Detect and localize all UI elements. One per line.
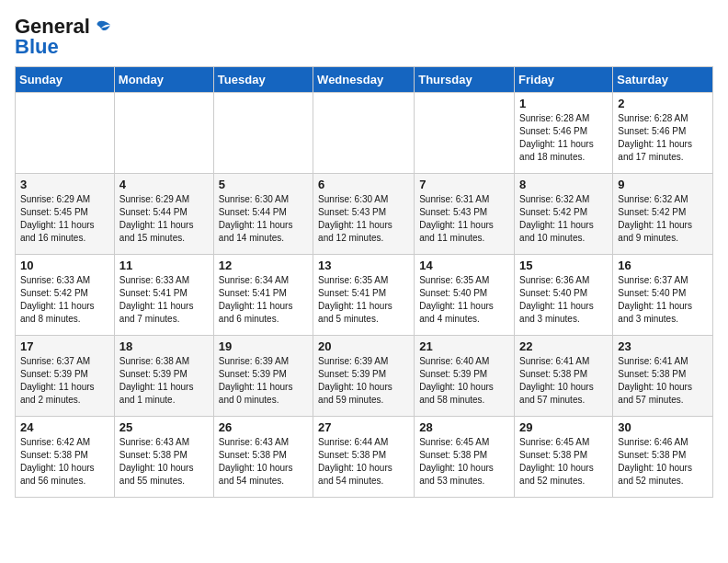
day-number: 16 xyxy=(618,259,708,272)
day-info: Sunrise: 6:37 AM Sunset: 5:40 PM Dayligh… xyxy=(618,274,708,326)
day-number: 3 xyxy=(20,178,109,191)
calendar-week-5: 24Sunrise: 6:42 AM Sunset: 5:38 PM Dayli… xyxy=(16,417,713,498)
weekday-header-sunday: Sunday xyxy=(16,67,115,93)
weekday-header-monday: Monday xyxy=(114,67,213,93)
calendar-day-cell xyxy=(114,93,213,174)
calendar-day-cell: 28Sunrise: 6:45 AM Sunset: 5:38 PM Dayli… xyxy=(415,417,515,498)
day-number: 11 xyxy=(119,259,209,272)
calendar-week-3: 10Sunrise: 6:33 AM Sunset: 5:42 PM Dayli… xyxy=(16,255,713,336)
day-number: 6 xyxy=(318,178,409,191)
calendar-day-cell: 8Sunrise: 6:32 AM Sunset: 5:42 PM Daylig… xyxy=(515,174,613,255)
day-number: 2 xyxy=(618,97,708,110)
day-info: Sunrise: 6:32 AM Sunset: 5:42 PM Dayligh… xyxy=(519,193,608,245)
weekday-header-wednesday: Wednesday xyxy=(313,67,415,93)
logo: General Blue xyxy=(15,15,110,59)
calendar-day-cell: 13Sunrise: 6:35 AM Sunset: 5:41 PM Dayli… xyxy=(313,255,415,336)
calendar-week-4: 17Sunrise: 6:37 AM Sunset: 5:39 PM Dayli… xyxy=(16,336,713,417)
day-number: 29 xyxy=(519,420,608,434)
day-number: 1 xyxy=(519,97,608,110)
day-number: 14 xyxy=(419,259,509,272)
day-info: Sunrise: 6:31 AM Sunset: 5:43 PM Dayligh… xyxy=(419,193,509,245)
calendar-day-cell: 15Sunrise: 6:36 AM Sunset: 5:40 PM Dayli… xyxy=(515,255,613,336)
calendar-day-cell: 2Sunrise: 6:28 AM Sunset: 5:46 PM Daylig… xyxy=(613,93,713,174)
day-info: Sunrise: 6:28 AM Sunset: 5:46 PM Dayligh… xyxy=(618,112,708,164)
calendar-day-cell: 27Sunrise: 6:44 AM Sunset: 5:38 PM Dayli… xyxy=(313,417,415,498)
day-info: Sunrise: 6:35 AM Sunset: 5:40 PM Dayligh… xyxy=(419,274,509,326)
day-info: Sunrise: 6:41 AM Sunset: 5:38 PM Dayligh… xyxy=(519,355,608,407)
logo-blue-text: Blue xyxy=(15,35,59,59)
calendar-day-cell: 23Sunrise: 6:41 AM Sunset: 5:38 PM Dayli… xyxy=(613,336,713,417)
day-number: 4 xyxy=(119,178,209,191)
calendar-week-1: 1Sunrise: 6:28 AM Sunset: 5:46 PM Daylig… xyxy=(16,93,713,174)
weekday-header-thursday: Thursday xyxy=(415,67,515,93)
day-info: Sunrise: 6:28 AM Sunset: 5:46 PM Dayligh… xyxy=(519,112,608,164)
day-number: 28 xyxy=(419,420,509,434)
day-number: 21 xyxy=(419,339,509,353)
page-header: General Blue xyxy=(15,15,713,59)
day-number: 5 xyxy=(219,178,308,191)
weekday-header-saturday: Saturday xyxy=(613,67,713,93)
calendar-day-cell: 30Sunrise: 6:46 AM Sunset: 5:38 PM Dayli… xyxy=(613,417,713,498)
day-info: Sunrise: 6:45 AM Sunset: 5:38 PM Dayligh… xyxy=(419,436,509,488)
day-info: Sunrise: 6:30 AM Sunset: 5:43 PM Dayligh… xyxy=(318,193,409,245)
logo-bird-icon xyxy=(90,19,110,36)
calendar-day-cell: 16Sunrise: 6:37 AM Sunset: 5:40 PM Dayli… xyxy=(613,255,713,336)
day-info: Sunrise: 6:29 AM Sunset: 5:45 PM Dayligh… xyxy=(20,193,109,245)
day-number: 13 xyxy=(318,259,409,272)
day-info: Sunrise: 6:43 AM Sunset: 5:38 PM Dayligh… xyxy=(219,436,308,488)
calendar-day-cell: 14Sunrise: 6:35 AM Sunset: 5:40 PM Dayli… xyxy=(415,255,515,336)
weekday-header-friday: Friday xyxy=(515,67,613,93)
day-number: 17 xyxy=(20,339,109,353)
day-info: Sunrise: 6:32 AM Sunset: 5:42 PM Dayligh… xyxy=(618,193,708,245)
calendar-day-cell: 22Sunrise: 6:41 AM Sunset: 5:38 PM Dayli… xyxy=(515,336,613,417)
day-number: 15 xyxy=(519,259,608,272)
day-info: Sunrise: 6:46 AM Sunset: 5:38 PM Dayligh… xyxy=(618,436,708,488)
day-info: Sunrise: 6:45 AM Sunset: 5:38 PM Dayligh… xyxy=(519,436,608,488)
day-number: 26 xyxy=(219,420,308,434)
calendar-day-cell: 20Sunrise: 6:39 AM Sunset: 5:39 PM Dayli… xyxy=(313,336,415,417)
calendar-day-cell: 5Sunrise: 6:30 AM Sunset: 5:44 PM Daylig… xyxy=(213,174,313,255)
day-number: 20 xyxy=(318,339,409,353)
calendar-day-cell: 6Sunrise: 6:30 AM Sunset: 5:43 PM Daylig… xyxy=(313,174,415,255)
day-info: Sunrise: 6:33 AM Sunset: 5:41 PM Dayligh… xyxy=(119,274,209,326)
calendar-day-cell: 1Sunrise: 6:28 AM Sunset: 5:46 PM Daylig… xyxy=(515,93,613,174)
calendar-day-cell xyxy=(16,93,115,174)
calendar-day-cell: 3Sunrise: 6:29 AM Sunset: 5:45 PM Daylig… xyxy=(16,174,115,255)
calendar-day-cell: 9Sunrise: 6:32 AM Sunset: 5:42 PM Daylig… xyxy=(613,174,713,255)
calendar-day-cell xyxy=(313,93,415,174)
day-number: 18 xyxy=(119,339,209,353)
calendar-day-cell: 7Sunrise: 6:31 AM Sunset: 5:43 PM Daylig… xyxy=(415,174,515,255)
day-number: 30 xyxy=(618,420,708,434)
day-number: 27 xyxy=(318,420,409,434)
calendar-day-cell: 10Sunrise: 6:33 AM Sunset: 5:42 PM Dayli… xyxy=(16,255,115,336)
day-number: 12 xyxy=(219,259,308,272)
day-number: 24 xyxy=(20,420,109,434)
calendar-day-cell: 17Sunrise: 6:37 AM Sunset: 5:39 PM Dayli… xyxy=(16,336,115,417)
day-info: Sunrise: 6:33 AM Sunset: 5:42 PM Dayligh… xyxy=(20,274,109,326)
day-info: Sunrise: 6:43 AM Sunset: 5:38 PM Dayligh… xyxy=(119,436,209,488)
day-info: Sunrise: 6:39 AM Sunset: 5:39 PM Dayligh… xyxy=(219,355,308,407)
day-number: 22 xyxy=(519,339,608,353)
weekday-header-row: SundayMondayTuesdayWednesdayThursdayFrid… xyxy=(16,67,713,93)
day-info: Sunrise: 6:35 AM Sunset: 5:41 PM Dayligh… xyxy=(318,274,409,326)
day-info: Sunrise: 6:40 AM Sunset: 5:39 PM Dayligh… xyxy=(419,355,509,407)
calendar-day-cell: 12Sunrise: 6:34 AM Sunset: 5:41 PM Dayli… xyxy=(213,255,313,336)
calendar-week-2: 3Sunrise: 6:29 AM Sunset: 5:45 PM Daylig… xyxy=(16,174,713,255)
calendar-day-cell: 21Sunrise: 6:40 AM Sunset: 5:39 PM Dayli… xyxy=(415,336,515,417)
day-info: Sunrise: 6:39 AM Sunset: 5:39 PM Dayligh… xyxy=(318,355,409,407)
calendar-day-cell: 4Sunrise: 6:29 AM Sunset: 5:44 PM Daylig… xyxy=(114,174,213,255)
day-info: Sunrise: 6:30 AM Sunset: 5:44 PM Dayligh… xyxy=(219,193,308,245)
day-info: Sunrise: 6:38 AM Sunset: 5:39 PM Dayligh… xyxy=(119,355,209,407)
day-info: Sunrise: 6:34 AM Sunset: 5:41 PM Dayligh… xyxy=(219,274,308,326)
calendar-day-cell: 25Sunrise: 6:43 AM Sunset: 5:38 PM Dayli… xyxy=(114,417,213,498)
calendar-day-cell: 26Sunrise: 6:43 AM Sunset: 5:38 PM Dayli… xyxy=(213,417,313,498)
calendar-table: SundayMondayTuesdayWednesdayThursdayFrid… xyxy=(15,66,713,498)
day-info: Sunrise: 6:37 AM Sunset: 5:39 PM Dayligh… xyxy=(20,355,109,407)
calendar-day-cell xyxy=(415,93,515,174)
weekday-header-tuesday: Tuesday xyxy=(213,67,313,93)
day-number: 10 xyxy=(20,259,109,272)
day-info: Sunrise: 6:29 AM Sunset: 5:44 PM Dayligh… xyxy=(119,193,209,245)
day-info: Sunrise: 6:36 AM Sunset: 5:40 PM Dayligh… xyxy=(519,274,608,326)
day-info: Sunrise: 6:44 AM Sunset: 5:38 PM Dayligh… xyxy=(318,436,409,488)
calendar-day-cell: 19Sunrise: 6:39 AM Sunset: 5:39 PM Dayli… xyxy=(213,336,313,417)
